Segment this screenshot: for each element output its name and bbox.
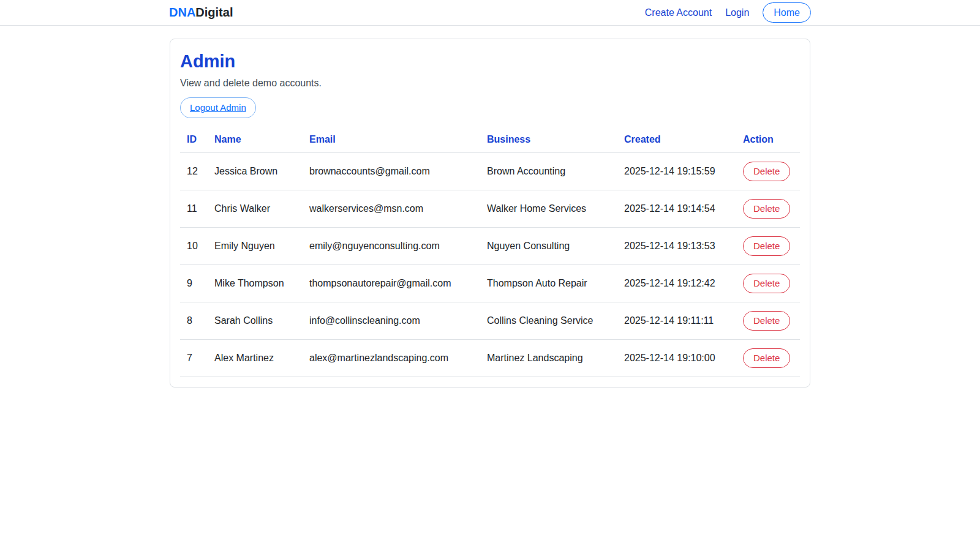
table-body: 12 Jessica Brown brownaccounts@gmail.com…	[180, 153, 800, 377]
cell-action: Delete	[736, 302, 800, 340]
cell-business: Brown Accounting	[480, 153, 617, 190]
cell-created: 2025-12-14 19:12:42	[617, 265, 736, 302]
page-subtitle: View and delete demo accounts.	[180, 78, 800, 89]
cell-created: 2025-12-14 19:10:00	[617, 340, 736, 377]
delete-button[interactable]: Delete	[743, 311, 790, 331]
cell-name: Chris Walker	[208, 190, 303, 228]
delete-button[interactable]: Delete	[743, 199, 790, 219]
cell-name: Jessica Brown	[208, 153, 303, 190]
cell-id: 7	[180, 340, 208, 377]
navbar-links: Create Account Login Home	[645, 2, 811, 23]
home-button[interactable]: Home	[763, 2, 811, 23]
cell-name: Emily Nguyen	[208, 228, 303, 265]
admin-card: Admin View and delete demo accounts. Log…	[170, 39, 810, 388]
cell-name: Alex Martinez	[208, 340, 303, 377]
cell-action: Delete	[736, 190, 800, 228]
table-row: 9 Mike Thompson thompsonautorepair@gmail…	[180, 265, 800, 302]
brand-logo-digital: Digital	[195, 6, 233, 19]
brand-logo-dna: DNA	[169, 6, 195, 19]
accounts-table: ID Name Email Business Created Action 12…	[180, 127, 800, 377]
col-header-action: Action	[736, 127, 800, 153]
cell-action: Delete	[736, 153, 800, 190]
cell-id: 8	[180, 302, 208, 340]
page: DNADigital Create Account Login Home Adm…	[0, 0, 980, 551]
cell-action: Delete	[736, 265, 800, 302]
cell-id: 9	[180, 265, 208, 302]
table-row: 10 Emily Nguyen emily@nguyenconsulting.c…	[180, 228, 800, 265]
table-row: 12 Jessica Brown brownaccounts@gmail.com…	[180, 153, 800, 190]
table-row: 7 Alex Martinez alex@martinezlandscaping…	[180, 340, 800, 377]
cell-business: Collins Cleaning Service	[480, 302, 617, 340]
col-header-email: Email	[303, 127, 480, 153]
table-row: 8 Sarah Collins info@collinscleaning.com…	[180, 302, 800, 340]
delete-button[interactable]: Delete	[743, 162, 790, 181]
col-header-id: ID	[180, 127, 208, 153]
table-header: ID Name Email Business Created Action	[180, 127, 800, 153]
cell-id: 12	[180, 153, 208, 190]
col-header-name: Name	[208, 127, 303, 153]
cell-email: thompsonautorepair@gmail.com	[303, 265, 480, 302]
cell-created: 2025-12-14 19:14:54	[617, 190, 736, 228]
cell-email: walkerservices@msn.com	[303, 190, 480, 228]
logout-admin-button[interactable]: Logout Admin	[180, 97, 256, 118]
cell-action: Delete	[736, 340, 800, 377]
navbar-inner: DNADigital Create Account Login Home	[169, 0, 811, 25]
cell-created: 2025-12-14 19:15:59	[617, 153, 736, 190]
cell-business: Walker Home Services	[480, 190, 617, 228]
table-row: 11 Chris Walker walkerservices@msn.com W…	[180, 190, 800, 228]
cell-name: Mike Thompson	[208, 265, 303, 302]
page-title: Admin	[180, 51, 800, 72]
cell-email: info@collinscleaning.com	[303, 302, 480, 340]
cell-business: Thompson Auto Repair	[480, 265, 617, 302]
col-header-created: Created	[617, 127, 736, 153]
cell-action: Delete	[736, 228, 800, 265]
nav-link-create-account[interactable]: Create Account	[645, 7, 712, 18]
cell-name: Sarah Collins	[208, 302, 303, 340]
brand-logo[interactable]: DNADigital	[169, 6, 233, 20]
cell-id: 10	[180, 228, 208, 265]
cell-id: 11	[180, 190, 208, 228]
navbar: DNADigital Create Account Login Home	[0, 0, 980, 26]
cell-business: Nguyen Consulting	[480, 228, 617, 265]
cell-created: 2025-12-14 19:13:53	[617, 228, 736, 265]
cell-business: Martinez Landscaping	[480, 340, 617, 377]
nav-link-login[interactable]: Login	[725, 7, 749, 18]
cell-email: emily@nguyenconsulting.com	[303, 228, 480, 265]
col-header-business: Business	[480, 127, 617, 153]
cell-email: brownaccounts@gmail.com	[303, 153, 480, 190]
cell-email: alex@martinezlandscaping.com	[303, 340, 480, 377]
delete-button[interactable]: Delete	[743, 348, 790, 368]
delete-button[interactable]: Delete	[743, 236, 790, 256]
delete-button[interactable]: Delete	[743, 274, 790, 293]
cell-created: 2025-12-14 19:11:11	[617, 302, 736, 340]
